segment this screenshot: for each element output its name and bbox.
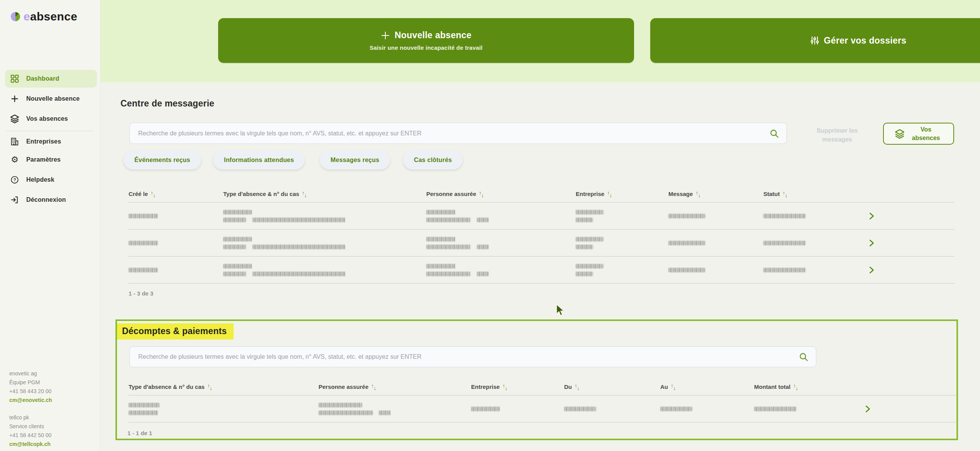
row-open-chevron-icon[interactable] <box>853 239 955 247</box>
redacted-cell <box>564 407 660 411</box>
messaging-table-header: Créé le↑↓ Type d'absence & n° du cas↑↓ P… <box>129 186 955 203</box>
brand-mark-icon <box>11 12 20 21</box>
column-header-message[interactable]: Message↑↓ <box>668 191 763 197</box>
redacted-cell <box>754 407 849 411</box>
table-row[interactable] <box>129 395 957 422</box>
redacted-cell <box>668 214 763 218</box>
payments-title: Décomptes & paiements <box>117 323 234 340</box>
column-header-type-absence[interactable]: Type d'absence & n° du cas↑↓ <box>129 383 319 390</box>
hero-band: Nouvelle absence Saisir une nouvelle inc… <box>100 0 980 82</box>
payments-search-input[interactable] <box>129 346 816 367</box>
filter-cas-clotures[interactable]: Cas clôturés <box>403 150 463 169</box>
vos-absences-label: Vos absences <box>909 125 943 142</box>
column-header-personne-assuree[interactable]: Personne assurée↑↓ <box>426 191 576 197</box>
column-header-du[interactable]: Du↑↓ <box>564 383 660 390</box>
sort-arrows-icon: ↑↓ <box>671 384 676 390</box>
row-open-chevron-icon[interactable] <box>849 405 957 413</box>
redacted-cell <box>129 268 223 272</box>
sidebar-item-nouvelle-absence[interactable]: Nouvelle absence <box>5 90 97 108</box>
plus-icon <box>381 31 390 40</box>
table-row[interactable] <box>129 257 955 284</box>
redacted-cell <box>668 241 763 245</box>
table-row[interactable] <box>129 230 955 257</box>
sidebar-item-label: Vos absences <box>26 115 68 122</box>
grid-icon <box>10 74 19 83</box>
column-header-entreprise[interactable]: Entreprise↑↓ <box>576 191 668 197</box>
manage-files-button[interactable]: Gérer vos dossiers <box>650 18 980 63</box>
contact-company: tellco pk <box>9 413 52 422</box>
gear-icon: ⚙ <box>10 155 19 164</box>
filter-evenements-recus[interactable]: Événements reçus <box>124 150 201 169</box>
filter-informations-attendues[interactable]: Informations attendues <box>213 150 305 169</box>
column-header-personne-assuree[interactable]: Personne assurée↑↓ <box>319 383 471 390</box>
contact-phone: +41 58 442 50 00 <box>9 431 52 440</box>
sidebar-item-label: Déconnexion <box>26 196 66 203</box>
column-header-montant-total[interactable]: Montant total↑↓ <box>754 383 849 390</box>
column-header-cree-le[interactable]: Créé le↑↓ <box>129 191 223 197</box>
sidebar-item-vos-absences[interactable]: Vos absences <box>5 110 97 128</box>
redacted-cell <box>763 241 853 245</box>
sidebar-item-label: Paramètres <box>26 156 61 163</box>
contact-email-link[interactable]: cm@tellcopk.ch <box>9 440 52 449</box>
messaging-search-input[interactable] <box>129 123 787 144</box>
sidebar-item-label: Nouvelle absence <box>26 95 80 102</box>
logout-icon <box>10 195 19 204</box>
sidebar-item-deconnexion[interactable]: Déconnexion <box>5 191 97 209</box>
redacted-cell <box>426 264 576 276</box>
contact-block: enovetic ag Équipe PGM +41 58 443 20 00 … <box>9 369 52 405</box>
payments-searchbar <box>129 346 816 367</box>
brand-name: eabsence <box>24 10 77 23</box>
sort-arrows-icon: ↑↓ <box>607 191 612 197</box>
redacted-cell <box>576 264 668 276</box>
payments-section: Décomptes & paiements Type d'absence & n… <box>115 319 958 440</box>
sliders-icon <box>810 36 819 45</box>
sort-arrows-icon: ↑↓ <box>207 384 212 390</box>
redacted-cell <box>426 210 576 222</box>
contact-phone: +41 58 443 20 00 <box>9 387 52 396</box>
sort-arrows-icon: ↑↓ <box>479 191 484 197</box>
svg-text:?: ? <box>14 177 16 182</box>
sidebar-item-dashboard[interactable]: Dashboard <box>5 70 97 88</box>
sort-arrows-icon: ↑↓ <box>783 191 788 197</box>
column-header-au[interactable]: Au↑↓ <box>660 383 754 390</box>
column-header-statut[interactable]: Statut↑↓ <box>763 191 853 197</box>
delete-messages-button[interactable]: Supprimer les messages <box>806 126 868 144</box>
sidebar-contacts: enovetic ag Équipe PGM +41 58 443 20 00 … <box>9 369 52 451</box>
new-absence-button[interactable]: Nouvelle absence Saisir une nouvelle inc… <box>218 18 634 63</box>
redacted-cell <box>129 241 223 245</box>
messaging-searchbar <box>129 123 787 144</box>
redacted-cell <box>471 407 564 411</box>
sort-arrows-icon: ↑↓ <box>371 384 376 390</box>
redacted-cell <box>319 403 471 415</box>
app-logo: eabsence <box>11 10 77 23</box>
contact-email-link[interactable]: cm@enovetic.ch <box>9 396 52 405</box>
sidebar-item-helpdesk[interactable]: ? Helpdesk <box>5 171 97 189</box>
search-icon[interactable] <box>769 128 779 139</box>
filter-messages-recus[interactable]: Messages reçus <box>320 150 390 169</box>
row-open-chevron-icon[interactable] <box>853 212 955 220</box>
sidebar-item-label: Dashboard <box>26 75 59 82</box>
row-open-chevron-icon[interactable] <box>853 266 955 274</box>
sort-arrows-icon: ↑↓ <box>502 384 507 390</box>
column-header-entreprise[interactable]: Entreprise↑↓ <box>471 383 564 390</box>
contact-company: enovetic ag <box>9 369 52 378</box>
dashboard-page: { "brand": { "name_accent": "e", "name_r… <box>0 0 980 451</box>
redacted-cell <box>576 210 668 222</box>
redacted-cell <box>223 237 426 249</box>
mouse-cursor <box>555 304 566 316</box>
sidebar: eabsence Dashboard Nouvelle absence Vos … <box>0 0 100 451</box>
layers-icon <box>895 129 905 139</box>
sidebar-item-parametres[interactable]: ⚙ Paramètres <box>5 151 97 169</box>
vos-absences-button[interactable]: Vos absences <box>883 123 954 145</box>
sidebar-item-label: Helpdesk <box>26 176 54 183</box>
search-icon[interactable] <box>799 352 809 362</box>
sidebar-item-entreprises[interactable]: Entreprises <box>5 133 97 150</box>
redacted-cell <box>763 214 853 218</box>
table-row[interactable] <box>129 203 955 230</box>
contact-team: Équipe PGM <box>9 378 52 387</box>
redacted-cell <box>576 237 668 249</box>
column-header-type-absence[interactable]: Type d'absence & n° du cas↑↓ <box>223 191 426 197</box>
building-icon <box>10 137 19 146</box>
redacted-cell <box>129 403 319 415</box>
sort-arrows-icon: ↑↓ <box>793 384 798 390</box>
